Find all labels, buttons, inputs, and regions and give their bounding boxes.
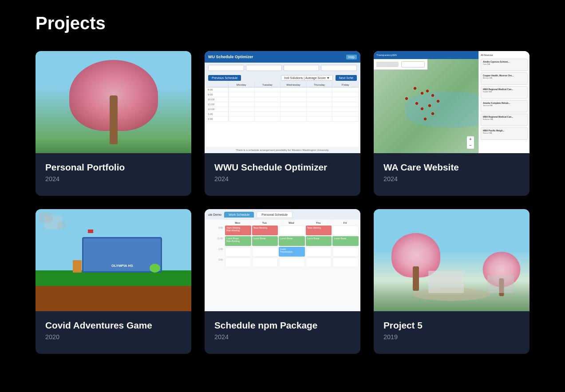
ww-col-tue: Tuesday <box>255 83 281 87</box>
project-card-body-2: WWU Schedule Optimizer 2024 <box>205 153 360 196</box>
project-card-body-3: WA Care Website 2024 <box>374 153 529 196</box>
project-card-image-5: ule Demo Work Schedule Personal Schedule… <box>205 209 360 311</box>
project-card-image-6 <box>374 209 529 311</box>
wa-care-sidebar: All Sources Airelio Cypruss Schizot... C… <box>478 51 529 153</box>
project-card-image-1 <box>36 51 191 153</box>
project-card-body-6: Project 5 2019 <box>374 311 529 354</box>
project-year-4: 2020 <box>45 333 182 341</box>
schedule-npm-image: ule Demo Work Schedule Personal Schedule… <box>205 209 360 311</box>
page-title: Projects <box>36 13 529 33</box>
project-title-6: Project 5 <box>383 320 520 331</box>
project-card-wa-care[interactable]: TransparencyWA <box>374 51 529 196</box>
wa-title-text: TransparencyWA <box>376 54 397 56</box>
ww-col-time <box>206 83 229 87</box>
ww-col-thu: Thursday <box>307 83 333 87</box>
wa-care-map: TransparencyWA <box>374 51 478 153</box>
project-card-schedule-npm[interactable]: ule Demo Work Schedule Personal Schedule… <box>205 209 360 354</box>
ww-prev-btn: Previous Schedule <box>208 75 241 81</box>
ww-score: Inst Solutions | Average Score ▼ <box>281 75 332 81</box>
wa-care-image: TransparencyWA <box>374 51 529 153</box>
project-title-4: Covid Adventures Game <box>45 320 182 331</box>
project-title-1: Personal Portfolio <box>45 162 182 173</box>
project-title-2: WWU Schedule Optimizer <box>214 162 351 173</box>
project-card-personal-portfolio[interactable]: Personal Portfolio 2024 <box>36 51 191 196</box>
covid-game-image <box>36 209 191 311</box>
project-year-3: 2024 <box>383 175 520 182</box>
project-card-body-4: Covid Adventures Game 2020 <box>36 311 191 354</box>
projects-grid: Personal Portfolio 2024 WU Schedule Opti… <box>36 51 529 354</box>
project-year-5: 2024 <box>214 333 351 341</box>
project-card-covid-game[interactable]: Covid Adventures Game 2020 <box>36 209 191 354</box>
ww-col-fri: Friday <box>332 83 359 87</box>
ww-next-btn: Next Sche <box>336 75 357 81</box>
ww-col-mon: Monday <box>229 83 255 87</box>
proj5-image <box>374 209 529 311</box>
project-card-image-4 <box>36 209 191 311</box>
project-year-1: 2024 <box>45 175 182 182</box>
ww-scheduler-image: WU Schedule Optimizer Help Previous Sche… <box>205 51 360 153</box>
cherry-tree-image <box>36 51 191 153</box>
project-card-body-5: Schedule npm Package 2024 <box>205 311 360 354</box>
ww-help-btn: Help <box>346 55 357 59</box>
project-title-5: Schedule npm Package <box>214 320 351 331</box>
project-year-6: 2019 <box>383 333 520 341</box>
ww-footer: There is a schedule arrangement possibil… <box>205 147 360 153</box>
project-year-2: 2024 <box>214 175 351 182</box>
project-title-3: WA Care Website <box>383 162 520 173</box>
ww-header-title: WU Schedule Optimizer <box>208 55 253 59</box>
project-card-wwu-schedule[interactable]: WU Schedule Optimizer Help Previous Sche… <box>205 51 360 196</box>
project-card-image-2: WU Schedule Optimizer Help Previous Sche… <box>205 51 360 153</box>
project-card-project5[interactable]: Project 5 2019 <box>374 209 529 354</box>
npm-tab-personal: Personal Schedule <box>257 211 292 218</box>
ww-col-wed: Wednesday <box>281 83 307 87</box>
project-card-body-1: Personal Portfolio 2024 <box>36 153 191 196</box>
npm-tab-work: Work Schedule <box>224 212 254 218</box>
npm-demo-label: ule Demo <box>208 213 221 216</box>
project-card-image-3: TransparencyWA <box>374 51 529 153</box>
